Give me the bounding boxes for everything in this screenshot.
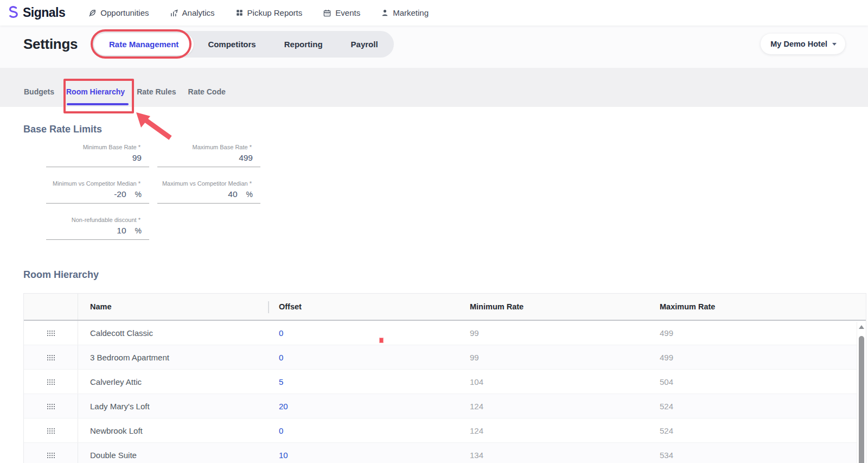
tab-competitors[interactable]: Competitors <box>194 33 270 55</box>
table-header-row: Name Offset Minimum Rate Maximum Rate <box>24 294 866 321</box>
settings-tabbar: Rate Management Competitors Reporting Pa… <box>92 31 394 58</box>
top-navbar: Signals Opportunities Analytics <box>0 0 868 26</box>
minimum-rate-value: 104 <box>459 377 649 386</box>
offset-link[interactable]: 10 <box>279 451 288 460</box>
table-row: Lady Mary's Loft 20 124 524 <box>24 394 866 418</box>
maximum-base-rate-value[interactable]: 499 <box>239 153 253 163</box>
room-name: Caldecott Classic <box>78 328 268 338</box>
minimum-base-rate-field[interactable]: Minimum Base Rate * 99 <box>46 144 149 167</box>
room-hierarchy-title: Room Hierarchy <box>23 269 99 281</box>
field-label: Minimum vs Competitor Median * <box>46 180 149 187</box>
maximum-base-rate-field[interactable]: Maximum Base Rate * 499 <box>157 144 260 167</box>
min-vs-competitor-median-field[interactable]: Minimum vs Competitor Median * -20 % <box>46 180 149 204</box>
field-label: Minimum Base Rate * <box>46 144 149 150</box>
offset-link[interactable]: 5 <box>279 377 283 386</box>
offset-link[interactable]: 20 <box>279 402 288 411</box>
column-resize-divider[interactable] <box>268 301 269 313</box>
column-header-maximum-rate: Maximum Rate <box>649 294 866 320</box>
scrollbar-thumb[interactable] <box>859 336 864 463</box>
tab-rate-management[interactable]: Rate Management <box>94 33 194 55</box>
minimum-rate-value: 124 <box>459 426 649 435</box>
minimum-rate-value: 134 <box>459 451 649 460</box>
nav-item-pickup-reports[interactable]: Pickup Reports <box>235 8 303 17</box>
main-nav: Opportunities Analytics Pickup Reports <box>88 8 429 17</box>
room-name: Lady Mary's Loft <box>78 402 268 411</box>
percent-suffix: % <box>246 190 253 199</box>
field-label: Maximum Base Rate * <box>157 144 260 150</box>
column-header-name: Name <box>78 294 268 320</box>
hotel-selector[interactable]: My Demo Hotel <box>761 34 845 54</box>
chevron-down-icon <box>832 43 837 46</box>
nav-label: Analytics <box>182 8 215 17</box>
non-refundable-discount-value[interactable]: 10 <box>117 226 126 236</box>
opportunities-icon <box>88 9 97 17</box>
nav-label: Marketing <box>393 8 429 17</box>
nav-item-marketing[interactable]: Marketing <box>381 8 429 17</box>
drag-handle-icon[interactable] <box>47 330 55 336</box>
pickup-reports-icon <box>235 9 244 17</box>
subtab-room-hierarchy[interactable]: Room Hierarchy <box>66 87 125 96</box>
table-row: 3 Bedroom Apartment 0 99 499 <box>24 345 866 370</box>
drag-handle-icon[interactable] <box>47 428 55 434</box>
table-row: Caldecott Classic 0 99 499 <box>24 321 866 345</box>
minimum-rate-value: 99 <box>459 353 649 362</box>
rate-management-subtabs: Budgets Room Hierarchy Rate Rules Rate C… <box>24 87 226 96</box>
marketing-icon <box>381 9 389 17</box>
non-refundable-discount-field[interactable]: Non-refundable discount * 10 % <box>46 217 149 240</box>
column-header-offset: Offset <box>268 294 459 320</box>
minimum-rate-value: 99 <box>459 328 649 338</box>
field-label: Maximum vs Competitor Median * <box>157 180 260 187</box>
maximum-rate-value: 534 <box>649 451 866 460</box>
room-name: Double Suite <box>78 451 268 460</box>
offset-link[interactable]: 0 <box>279 353 283 362</box>
tab-payroll[interactable]: Payroll <box>337 33 392 55</box>
offset-link[interactable]: 0 <box>279 426 283 435</box>
nav-item-analytics[interactable]: Analytics <box>170 8 215 17</box>
offset-link[interactable]: 0 <box>279 328 283 338</box>
drag-handle-icon[interactable] <box>47 354 55 360</box>
column-header-minimum-rate: Minimum Rate <box>459 294 649 320</box>
brand-logo[interactable]: Signals <box>5 4 65 22</box>
analytics-icon <box>170 9 178 17</box>
scrollbar-up-arrow-icon[interactable] <box>859 325 864 329</box>
room-name: Calverley Attic <box>78 377 268 386</box>
drag-column-header <box>24 294 78 320</box>
maximum-rate-value: 499 <box>649 328 866 338</box>
max-vs-competitor-median-value[interactable]: 40 <box>228 189 237 199</box>
table-scrollbar[interactable] <box>857 322 866 463</box>
subtab-budgets[interactable]: Budgets <box>24 87 54 96</box>
drag-handle-icon[interactable] <box>47 379 55 385</box>
nav-label: Pickup Reports <box>247 8 303 17</box>
percent-suffix: % <box>135 226 142 235</box>
room-name: Newbrook Loft <box>78 426 268 435</box>
subtab-rate-code[interactable]: Rate Code <box>188 87 226 96</box>
room-name: 3 Bedroom Apartment <box>78 353 268 362</box>
base-rate-limits-title: Base Rate Limits <box>23 124 102 135</box>
subtab-rate-rules[interactable]: Rate Rules <box>137 87 176 96</box>
min-vs-competitor-median-value[interactable]: -20 <box>114 189 126 199</box>
percent-suffix: % <box>135 190 142 199</box>
column-header-label: Offset <box>279 302 302 311</box>
maximum-rate-value: 524 <box>649 402 866 411</box>
table-row: Calverley Attic 5 104 504 <box>24 370 866 394</box>
room-hierarchy-table: Name Offset Minimum Rate Maximum Rate Ca… <box>23 293 866 463</box>
drag-handle-icon[interactable] <box>47 452 55 458</box>
nav-item-events[interactable]: Events <box>323 8 360 17</box>
brand-name: Signals <box>23 5 65 20</box>
base-rate-limits-form: Minimum Base Rate * 99 Maximum Base Rate… <box>46 144 260 240</box>
maximum-rate-value: 504 <box>649 377 866 386</box>
events-icon <box>323 9 331 17</box>
table-body: Caldecott Classic 0 99 499 3 Bedroom Apa… <box>24 321 866 463</box>
maximum-rate-value: 524 <box>649 426 866 435</box>
signals-logo-icon <box>5 4 21 22</box>
maximum-rate-value: 499 <box>649 353 866 362</box>
max-vs-competitor-median-field[interactable]: Maximum vs Competitor Median * 40 % <box>157 180 260 204</box>
nav-label: Opportunities <box>100 8 149 17</box>
nav-label: Events <box>335 8 360 17</box>
minimum-rate-value: 124 <box>459 402 649 411</box>
nav-item-opportunities[interactable]: Opportunities <box>88 8 149 17</box>
minimum-base-rate-value[interactable]: 99 <box>132 153 142 163</box>
active-subtab-underline <box>67 103 129 105</box>
drag-handle-icon[interactable] <box>47 403 55 409</box>
tab-reporting[interactable]: Reporting <box>270 33 337 55</box>
